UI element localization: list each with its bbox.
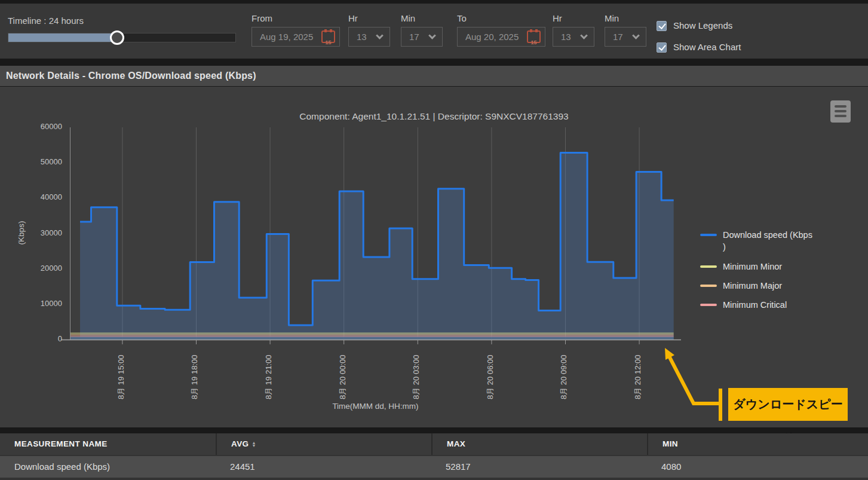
y-axis-tick: 50000 bbox=[23, 157, 62, 166]
legend-label: Minimum Major bbox=[723, 280, 782, 292]
x-axis-tick: 8月 20 03:00 bbox=[411, 355, 422, 399]
x-axis-tick: 8月 20 00:00 bbox=[338, 355, 348, 399]
legend-label: Minimum Critical bbox=[723, 299, 787, 311]
from-date-value: Aug 19, 2025 bbox=[260, 32, 313, 42]
from-hr-label: Hr bbox=[348, 13, 358, 23]
chart-svg[interactable] bbox=[70, 127, 681, 348]
to-label: To bbox=[457, 13, 467, 23]
from-date-input[interactable]: Aug 19, 2025 15 bbox=[251, 27, 340, 47]
chevron-down-icon bbox=[428, 32, 436, 39]
legend-swatch bbox=[700, 285, 717, 287]
legend-item[interactable]: Download speed (Kbps) bbox=[700, 229, 820, 253]
toolbar: Timeline : 24 hours From Aug 19, 2025 15… bbox=[0, 4, 868, 59]
cell-measurement-name: Download speed (Kbps) bbox=[0, 456, 216, 478]
legend-item[interactable]: Minimum Minor bbox=[700, 261, 820, 273]
x-axis-title: Time(MMM dd, HH:mm) bbox=[70, 402, 681, 411]
table-header-row: MEASUREMENT NAME AVG ▲▼ MAX MIN bbox=[0, 433, 868, 455]
calendar-day: 15 bbox=[530, 39, 536, 45]
x-axis-tick: 8月 20 12:00 bbox=[633, 355, 643, 399]
x-axis-tick: 8月 19 21:00 bbox=[263, 355, 274, 399]
to-min-label: Min bbox=[605, 13, 619, 23]
from-minute-value: 17 bbox=[409, 32, 419, 42]
to-minute-select[interactable]: 17 bbox=[605, 27, 646, 47]
y-axis-tick: 40000 bbox=[23, 192, 62, 201]
legend-swatch bbox=[700, 304, 717, 306]
calendar-icon[interactable]: 15 bbox=[321, 30, 335, 43]
y-axis-tick: 0 bbox=[23, 334, 62, 343]
cell-max: 52817 bbox=[431, 456, 647, 478]
to-date-input[interactable]: Aug 20, 2025 15 bbox=[457, 27, 545, 47]
chart-menu-button[interactable] bbox=[830, 100, 851, 123]
chevron-down-icon bbox=[632, 32, 640, 39]
timeline-slider-fill bbox=[8, 33, 115, 42]
x-axis-tick: 8月 19 18:00 bbox=[189, 355, 200, 399]
chevron-down-icon bbox=[376, 32, 384, 39]
timeline-label: Timeline : 24 hours bbox=[8, 16, 84, 26]
hamburger-icon bbox=[835, 105, 846, 108]
header-avg[interactable]: AVG ▲▼ bbox=[216, 433, 431, 455]
show-area-chart-label: Show Area Chart bbox=[673, 42, 741, 52]
to-hour-value: 13 bbox=[561, 32, 571, 42]
timeline-slider-thumb[interactable] bbox=[110, 30, 124, 45]
show-legends-label: Show Legends bbox=[673, 20, 732, 30]
panel-title: Network Details - Chrome OS/Download spe… bbox=[0, 66, 868, 86]
cell-min: 4080 bbox=[647, 456, 868, 478]
x-axis-tick: 8月 19 15:00 bbox=[116, 355, 127, 399]
legend-item[interactable]: Minimum Critical bbox=[700, 299, 820, 311]
to-hour-select[interactable]: 13 bbox=[553, 27, 594, 47]
legend-item[interactable]: Minimum Major bbox=[700, 280, 820, 292]
from-hour-value: 13 bbox=[357, 32, 367, 42]
x-axis-tick: 8月 20 09:00 bbox=[559, 355, 569, 399]
header-min[interactable]: MIN bbox=[647, 433, 868, 455]
legend-swatch bbox=[700, 265, 717, 268]
show-legends-checkbox[interactable] bbox=[657, 21, 667, 31]
to-minute-value: 17 bbox=[613, 32, 623, 42]
from-hour-select[interactable]: 13 bbox=[348, 27, 390, 47]
from-label: From bbox=[251, 13, 272, 23]
to-hr-label: Hr bbox=[553, 13, 562, 23]
stats-table: MEASUREMENT NAME AVG ▲▼ MAX MIN Download… bbox=[0, 433, 868, 480]
legend-swatch bbox=[700, 234, 717, 236]
calendar-day: 15 bbox=[325, 39, 331, 45]
chart-title: Component: Agent1_10.1.21.51 | Descripto… bbox=[0, 111, 868, 122]
chevron-down-icon bbox=[580, 32, 588, 39]
table-row[interactable]: Download speed (Kbps) 24451 52817 4080 bbox=[0, 456, 868, 478]
chart-legend: Download speed (Kbps)Minimum MinorMinimu… bbox=[700, 229, 820, 318]
y-axis-tick: 30000 bbox=[23, 228, 62, 237]
y-axis-tick: 10000 bbox=[23, 299, 62, 308]
timeline-slider[interactable] bbox=[8, 33, 236, 42]
legend-label: Minimum Minor bbox=[723, 261, 782, 273]
x-axis-tick: 8月 20 06:00 bbox=[485, 355, 496, 399]
to-date-value: Aug 20, 2025 bbox=[465, 32, 519, 42]
annotation-callout: ダウンロードスピード bbox=[728, 388, 848, 421]
cell-avg: 24451 bbox=[216, 456, 431, 478]
panel-header: Network Details - Chrome OS/Download spe… bbox=[0, 66, 868, 86]
y-axis-tick: 60000 bbox=[23, 122, 62, 131]
header-max[interactable]: MAX bbox=[431, 433, 647, 455]
legend-label: Download speed (Kbps) bbox=[723, 229, 812, 253]
from-min-label: Min bbox=[401, 13, 415, 23]
sort-icon[interactable]: ▲▼ bbox=[251, 441, 256, 447]
header-measurement-name[interactable]: MEASUREMENT NAME bbox=[0, 433, 216, 455]
from-minute-select[interactable]: 17 bbox=[401, 27, 443, 47]
show-area-chart-checkbox[interactable] bbox=[657, 42, 667, 53]
calendar-icon[interactable]: 15 bbox=[527, 30, 541, 43]
chart-panel: Component: Agent1_10.1.21.51 | Descripto… bbox=[0, 87, 868, 427]
dashboard: Timeline : 24 hours From Aug 19, 2025 15… bbox=[0, 0, 868, 480]
y-axis-tick: 20000 bbox=[23, 264, 62, 273]
